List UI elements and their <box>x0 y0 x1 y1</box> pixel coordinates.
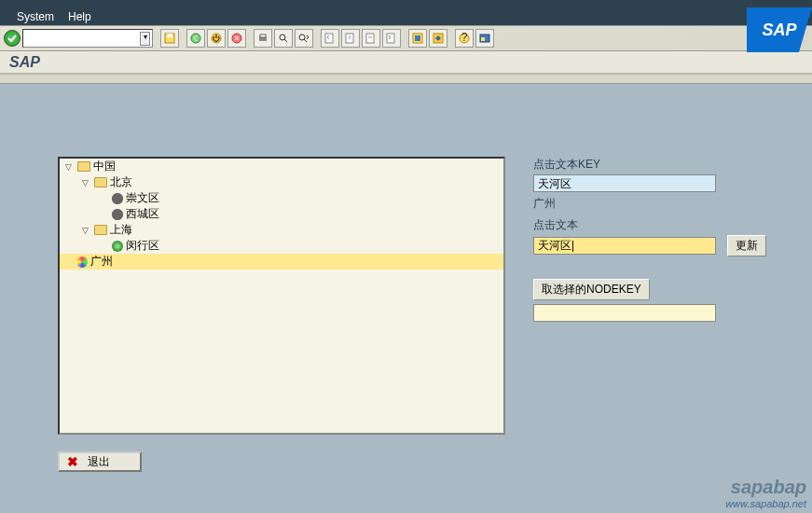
x-icon: ✖ <box>67 454 78 469</box>
folder-open-icon <box>77 161 90 172</box>
svg-rect-6 <box>260 35 266 37</box>
get-selected-nodekey-button[interactable]: 取选择的NODEKEY <box>533 279 650 300</box>
shortcut-icon[interactable] <box>429 29 447 48</box>
tree-label: 北京 <box>110 174 132 190</box>
cancel-icon[interactable] <box>227 29 246 48</box>
svg-rect-1 <box>167 34 172 37</box>
menu-system[interactable]: System <box>17 10 54 23</box>
app-title: SAP <box>0 51 812 75</box>
tree-label: 闵行区 <box>126 238 159 254</box>
svg-rect-11 <box>366 34 374 43</box>
dropdown-icon[interactable]: ▾ <box>140 32 150 46</box>
sap-logo: SAP <box>747 7 812 52</box>
key-label: 点击文本KEY <box>533 157 776 173</box>
toolbar: ▾ ? SAP <box>0 25 812 51</box>
tree-node[interactable]: ▽ 北京 <box>60 174 503 190</box>
find-next-icon[interactable] <box>295 29 313 48</box>
text-label: 点击文本 <box>533 217 776 233</box>
sub-toolbar <box>0 75 812 84</box>
collapse-icon[interactable]: ▽ <box>65 162 75 172</box>
svg-rect-19 <box>481 37 485 41</box>
text-input[interactable] <box>533 237 716 255</box>
exit-label: 退出 <box>88 454 110 470</box>
tree-label: 崇文区 <box>126 190 159 206</box>
key-field: 天河区 <box>533 174 716 192</box>
new-session-icon[interactable] <box>408 29 427 48</box>
result-field <box>533 304 716 322</box>
help-icon[interactable]: ? <box>455 29 474 48</box>
enter-icon[interactable] <box>4 30 21 47</box>
layout-icon[interactable] <box>475 29 494 48</box>
svg-rect-14 <box>415 35 420 41</box>
tree-label: 中国 <box>93 159 116 174</box>
svg-rect-9 <box>325 34 333 43</box>
tree-label: 上海 <box>110 222 132 238</box>
parent-value: 广州 <box>533 196 776 212</box>
svg-rect-12 <box>387 34 394 43</box>
update-button[interactable]: 更新 <box>727 235 766 256</box>
gear-icon <box>112 209 123 220</box>
next-page-icon[interactable] <box>362 29 380 48</box>
tree-leaf[interactable]: 闵行区 <box>60 238 503 254</box>
green-ball-icon <box>112 241 123 252</box>
save-icon[interactable] <box>160 29 179 48</box>
tree-node-root[interactable]: ▽ 中国 <box>60 159 503 174</box>
collapse-icon[interactable]: ▽ <box>82 178 91 187</box>
last-page-icon[interactable] <box>382 29 401 48</box>
prev-page-icon[interactable] <box>341 29 360 48</box>
exit-button[interactable]: ✖ 退出 <box>58 451 142 472</box>
tree-node[interactable]: ▽ 上海 <box>60 222 503 238</box>
menu-help[interactable]: Help <box>68 10 91 23</box>
gear-icon <box>112 193 123 204</box>
multi-ball-icon <box>76 256 88 268</box>
menubar: System Help _ □ × <box>0 7 812 25</box>
tree-node-selected[interactable]: 广州 <box>60 254 503 270</box>
svg-text:?: ? <box>461 33 468 44</box>
tree-label: 西城区 <box>126 206 159 222</box>
first-page-icon[interactable] <box>321 29 339 48</box>
folder-icon <box>94 177 107 187</box>
folder-icon <box>94 225 107 235</box>
tree-leaf[interactable]: 崇文区 <box>60 190 503 206</box>
find-icon[interactable] <box>274 29 293 48</box>
collapse-icon[interactable]: ▽ <box>82 226 91 235</box>
watermark: sapabap www.sapabap.net <box>725 477 806 509</box>
back-icon[interactable] <box>186 29 205 48</box>
tree-leaf[interactable]: 西城区 <box>60 206 503 222</box>
tree-label: 广州 <box>90 254 113 270</box>
exit-icon[interactable] <box>207 29 226 48</box>
detail-panel: 点击文本KEY 天河区 广州 点击文本 更新 取选择的NODEKEY <box>533 157 776 322</box>
print-icon[interactable] <box>254 29 272 48</box>
tree-panel[interactable]: ▽ 中国 ▽ 北京 崇文区 西城区 ▽ 上海 闵行区 广州 <box>58 157 505 435</box>
command-field[interactable]: ▾ <box>22 29 153 48</box>
svg-point-2 <box>191 34 200 43</box>
